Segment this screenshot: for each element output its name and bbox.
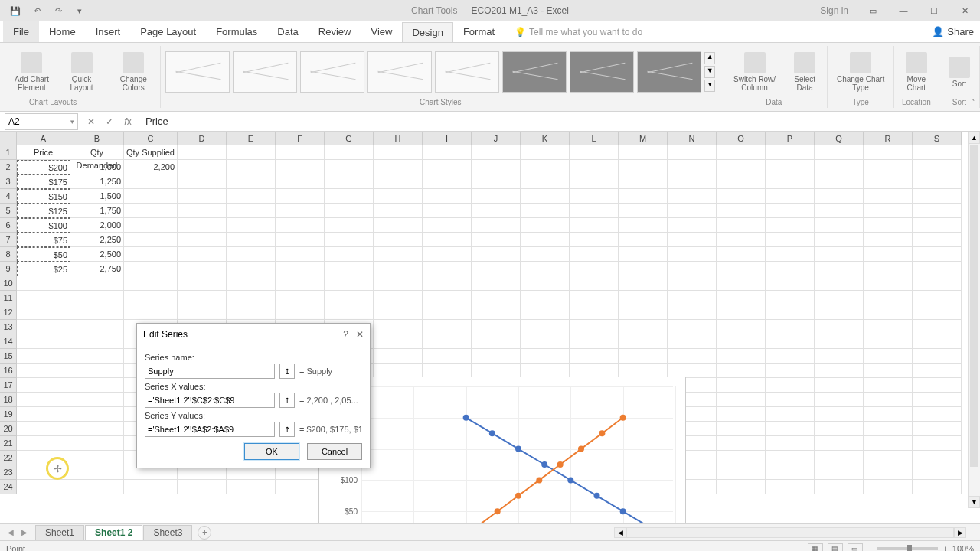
sheet-tab[interactable]: Sheet3 (143, 525, 192, 540)
cell[interactable] (178, 145, 227, 160)
cell[interactable] (423, 247, 472, 262)
cell[interactable] (668, 334, 717, 349)
column-header[interactable]: P (766, 132, 815, 145)
cell[interactable] (227, 145, 276, 160)
column-header[interactable]: G (325, 132, 374, 145)
normal-view-icon[interactable]: ▦ (808, 543, 823, 552)
cell[interactable] (17, 480, 70, 494)
cell[interactable] (619, 349, 668, 364)
cell[interactable] (17, 451, 70, 465)
cell[interactable] (374, 305, 423, 320)
column-header[interactable]: K (521, 132, 570, 145)
cell[interactable] (668, 320, 717, 334)
row-header[interactable]: 1 (0, 145, 17, 160)
cell[interactable] (124, 174, 178, 189)
row-header[interactable]: 18 (0, 393, 17, 407)
row-header[interactable]: 12 (0, 305, 17, 320)
cell[interactable] (423, 349, 472, 364)
cell[interactable]: $100 (17, 218, 70, 233)
name-box[interactable]: A2 ▾ (5, 113, 78, 130)
cell[interactable] (570, 247, 619, 262)
cell[interactable] (717, 422, 766, 436)
cell[interactable] (668, 204, 717, 218)
cell[interactable] (227, 218, 276, 233)
cell[interactable] (864, 189, 913, 204)
cell[interactable] (124, 233, 178, 247)
cell[interactable] (864, 349, 913, 364)
cell[interactable] (17, 334, 70, 349)
cell[interactable] (227, 174, 276, 189)
scroll-down-icon[interactable]: ▼ (969, 496, 980, 508)
row-header[interactable]: 5 (0, 204, 17, 218)
cell[interactable] (913, 378, 962, 393)
cell[interactable] (766, 349, 815, 364)
cell[interactable] (570, 349, 619, 364)
cell[interactable] (717, 218, 766, 233)
dialog-help-icon[interactable]: ? (343, 329, 348, 340)
cell[interactable]: 1,750 (70, 204, 124, 218)
cell[interactable] (17, 407, 70, 422)
redo-icon[interactable]: ↷ (49, 2, 67, 19)
cell[interactable] (913, 305, 962, 320)
row-header[interactable]: 15 (0, 349, 17, 364)
cell[interactable] (766, 305, 815, 320)
chart-style-thumb[interactable] (368, 51, 432, 93)
cell[interactable] (913, 291, 962, 305)
column-header[interactable]: J (472, 132, 521, 145)
zoom-in-icon[interactable]: + (942, 544, 947, 552)
row-header[interactable]: 8 (0, 247, 17, 262)
chart-style-thumb[interactable] (570, 51, 634, 93)
row-header[interactable]: 14 (0, 334, 17, 349)
cell[interactable]: 1,500 (70, 189, 124, 204)
cell[interactable]: 1,250 (70, 174, 124, 189)
enter-edit-icon[interactable]: ✓ (101, 114, 118, 129)
sort-button[interactable]: Sort (944, 55, 975, 90)
cell[interactable] (815, 218, 864, 233)
cell[interactable] (521, 334, 570, 349)
column-header[interactable]: H (374, 132, 423, 145)
cell[interactable] (276, 262, 325, 276)
cell[interactable] (619, 334, 668, 349)
cell[interactable] (766, 189, 815, 204)
cell[interactable] (570, 305, 619, 320)
sheet-nav-next-icon[interactable]: ▶ (18, 527, 31, 539)
cell[interactable] (70, 378, 124, 393)
cell[interactable] (913, 422, 962, 436)
cell[interactable] (17, 276, 70, 291)
cell[interactable]: $25 (17, 262, 70, 276)
cell[interactable] (815, 276, 864, 291)
cell[interactable] (864, 465, 913, 480)
cell[interactable] (17, 364, 70, 378)
cell[interactable] (864, 276, 913, 291)
cell[interactable] (864, 407, 913, 422)
cell[interactable] (521, 233, 570, 247)
cell[interactable] (766, 465, 815, 480)
sheet-tab[interactable]: Sheet1 2 (85, 525, 142, 540)
switch-row-column-button[interactable]: Switch Row/ Column (725, 51, 784, 93)
cell[interactable] (423, 291, 472, 305)
cell[interactable] (521, 305, 570, 320)
undo-icon[interactable]: ↶ (28, 2, 46, 19)
share-button[interactable]: 👤 Share (932, 26, 974, 37)
row-header[interactable]: 9 (0, 262, 17, 276)
cell[interactable] (178, 262, 227, 276)
cell[interactable] (374, 334, 423, 349)
cell[interactable] (178, 480, 227, 494)
cell[interactable] (815, 233, 864, 247)
cell[interactable] (913, 233, 962, 247)
cell[interactable] (570, 320, 619, 334)
cell[interactable] (423, 262, 472, 276)
chart-style-thumb[interactable] (435, 51, 499, 93)
cell[interactable] (815, 349, 864, 364)
series-name-input[interactable] (145, 364, 275, 379)
cell[interactable] (766, 218, 815, 233)
cell[interactable] (668, 189, 717, 204)
cell[interactable] (178, 305, 227, 320)
cell[interactable] (766, 480, 815, 494)
cell[interactable] (227, 276, 276, 291)
cell[interactable]: 2,000 (70, 218, 124, 233)
cell[interactable]: Price (17, 145, 70, 160)
cell[interactable] (913, 174, 962, 189)
cell[interactable] (766, 145, 815, 160)
cell[interactable] (913, 451, 962, 465)
